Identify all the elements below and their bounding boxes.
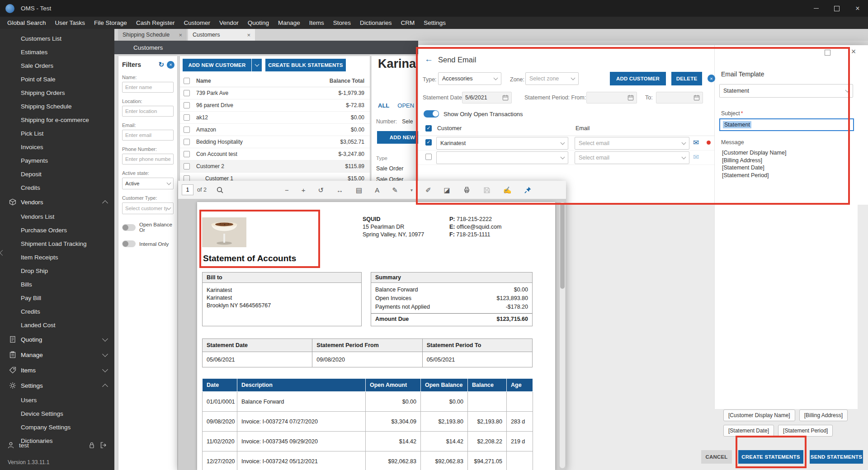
envelope-icon[interactable]: ✉ — [693, 153, 699, 161]
dismiss-icon[interactable]: × — [708, 75, 715, 82]
sidebar-item-device-settings[interactable]: Device Settings — [0, 407, 114, 420]
email-select[interactable]: Select email — [575, 137, 689, 150]
location-filter-input[interactable] — [122, 106, 174, 117]
sidebar-item-shipping-ecommerce[interactable]: Shipping for e-commerce — [0, 113, 114, 127]
select-all-checkbox[interactable] — [425, 125, 432, 132]
eraser-icon[interactable]: ◪ — [444, 186, 450, 194]
open-balance-toggle[interactable] — [122, 224, 136, 231]
active-state-select[interactable]: Active — [122, 178, 174, 189]
list-item[interactable]: Bedding Hospitality $3,052.71 — [180, 136, 370, 148]
list-item[interactable]: Con Account test $-3,247.80 — [180, 148, 370, 160]
fit-width-icon[interactable]: ↔ — [336, 186, 343, 194]
email-select[interactable]: Select email — [575, 151, 689, 164]
detail-tab-open[interactable]: OPEN ( — [397, 102, 418, 109]
cancel-button[interactable]: CANCEL — [701, 450, 732, 464]
pin-icon[interactable] — [524, 186, 532, 194]
sidebar-group-manage[interactable]: Manage — [0, 347, 114, 362]
chip-statement-date[interactable]: [Statement Date] — [723, 425, 774, 437]
create-statements-button[interactable]: CREATE STATEMENTS — [738, 450, 803, 464]
phone-filter-input[interactable] — [122, 154, 174, 164]
back-arrow-icon[interactable]: ← — [425, 54, 433, 64]
add-customer-dropdown-button[interactable] — [252, 59, 262, 71]
minimize-button[interactable] — [806, 0, 826, 17]
menu-item-quoting[interactable]: Quoting — [243, 17, 274, 29]
row-checkbox[interactable] — [425, 154, 432, 160]
sidebar-item-vendors-list[interactable]: Vendors List — [0, 210, 114, 223]
envelope-icon[interactable]: ✉ — [693, 138, 699, 147]
delete-button[interactable]: DELETE — [671, 72, 702, 85]
row-checkbox[interactable] — [184, 151, 190, 157]
highlight-icon[interactable]: ✎ — [392, 186, 398, 194]
menu-item-global-search[interactable]: Global Search — [3, 17, 51, 29]
customer-select[interactable] — [436, 151, 568, 164]
list-item[interactable]: 96 parent Drive $-72.83 — [180, 99, 370, 112]
maximize-button[interactable] — [826, 0, 847, 17]
customer-type-select[interactable]: Select customer type — [122, 202, 174, 214]
menu-item-vendor[interactable]: Vendor — [215, 17, 243, 29]
scrollbar-thumb[interactable] — [560, 203, 565, 289]
sidebar-item-payments[interactable]: Payments — [0, 154, 114, 167]
clear-filters-icon[interactable]: × — [167, 61, 175, 69]
page-number-input[interactable] — [182, 184, 193, 195]
row-checkbox[interactable] — [184, 90, 190, 96]
sidebar-item-drop-ship[interactable]: Drop Ship — [0, 264, 114, 277]
number-value[interactable]: Sele — [402, 118, 413, 125]
save-icon[interactable] — [483, 187, 491, 194]
sidebar-item-pick-list[interactable]: Pick List — [0, 127, 114, 140]
list-item[interactable]: ak12 $0.00 — [180, 112, 370, 124]
email-filter-input[interactable] — [122, 130, 174, 141]
menu-item-customer[interactable]: Customer — [179, 17, 215, 29]
menu-item-dictionaries[interactable]: Dictionaries — [355, 17, 396, 29]
sidebar-item-shipment-load-tracking[interactable]: Shipment Load Tracking — [0, 237, 114, 250]
text-size-icon[interactable]: A — [375, 186, 379, 194]
period-to-input[interactable] — [656, 92, 703, 103]
menu-item-settings[interactable]: Settings — [419, 17, 450, 29]
row-checkbox[interactable] — [425, 139, 432, 146]
tab-customers[interactable]: Customers × — [188, 29, 255, 41]
sidebar-item-users[interactable]: Users — [0, 393, 114, 407]
sidebar-item-shipping-schedule[interactable]: Shipping Schedule — [0, 99, 114, 113]
sidebar-item-credits-vendor[interactable]: Credits — [0, 305, 114, 318]
show-open-transactions-toggle[interactable] — [424, 110, 439, 118]
row-checkbox[interactable] — [184, 114, 190, 121]
email-template-select[interactable]: Statement — [719, 84, 853, 98]
type-select[interactable]: Accessories — [438, 72, 501, 85]
search-icon[interactable] — [216, 186, 224, 194]
sidebar-item-company-settings[interactable]: Company Settings — [0, 420, 114, 434]
chip-billing-address[interactable]: [Billing Address] — [799, 409, 848, 421]
sidebar-item-shipping-orders[interactable]: Shipping Orders — [0, 86, 114, 99]
zone-select[interactable]: Select zone — [525, 72, 579, 85]
menu-item-user-tasks[interactable]: User Tasks — [51, 17, 90, 29]
sidebar-item-invoices[interactable]: Invoices — [0, 140, 114, 154]
chip-customer-display-name[interactable]: [Customer Display Name] — [723, 409, 795, 421]
select-all-checkbox[interactable] — [184, 78, 190, 84]
menu-item-stores[interactable]: Stores — [329, 17, 355, 29]
refresh-icon[interactable]: ↻ — [158, 61, 164, 69]
sidebar-group-settings[interactable]: Settings — [0, 378, 114, 393]
subject-input[interactable]: Statement — [719, 118, 854, 131]
row-checkbox[interactable] — [184, 139, 190, 145]
logout-icon[interactable] — [100, 442, 107, 449]
row-checkbox[interactable] — [184, 163, 190, 169]
sidebar-item-item-receipts[interactable]: Item Receipts — [0, 250, 114, 264]
close-button[interactable]: × — [847, 0, 868, 17]
menu-item-cash-register[interactable]: Cash Register — [132, 17, 179, 29]
sidebar-collapse-arrow[interactable] — [0, 249, 5, 257]
period-from-input[interactable] — [586, 92, 637, 103]
dialog-close-icon[interactable]: × — [848, 47, 859, 56]
sidebar-group-items[interactable]: Items — [0, 362, 114, 378]
menu-item-items[interactable]: Items — [305, 17, 329, 29]
sidebar-item-customers-list[interactable]: Customers List — [0, 32, 114, 45]
restore-icon[interactable] — [825, 50, 830, 56]
menu-item-file-storage[interactable]: File Storage — [90, 17, 132, 29]
tab-close-icon[interactable]: × — [179, 32, 182, 38]
row-checkbox[interactable] — [184, 102, 190, 108]
sidebar-item-deposit[interactable]: Deposit — [0, 167, 114, 181]
signature-icon[interactable]: ✍ — [503, 186, 512, 194]
sidebar-item-sale-orders[interactable]: Sale Orders — [0, 59, 114, 72]
chevron-down-icon[interactable]: ▾ — [410, 188, 413, 193]
create-bulk-statements-button[interactable]: CREATE BULK STATEMENTS — [265, 59, 346, 71]
add-customer-button[interactable]: ADD CUSTOMER — [610, 72, 666, 85]
zoom-in-icon[interactable]: + — [302, 186, 306, 194]
menu-item-manage[interactable]: Manage — [274, 17, 305, 29]
